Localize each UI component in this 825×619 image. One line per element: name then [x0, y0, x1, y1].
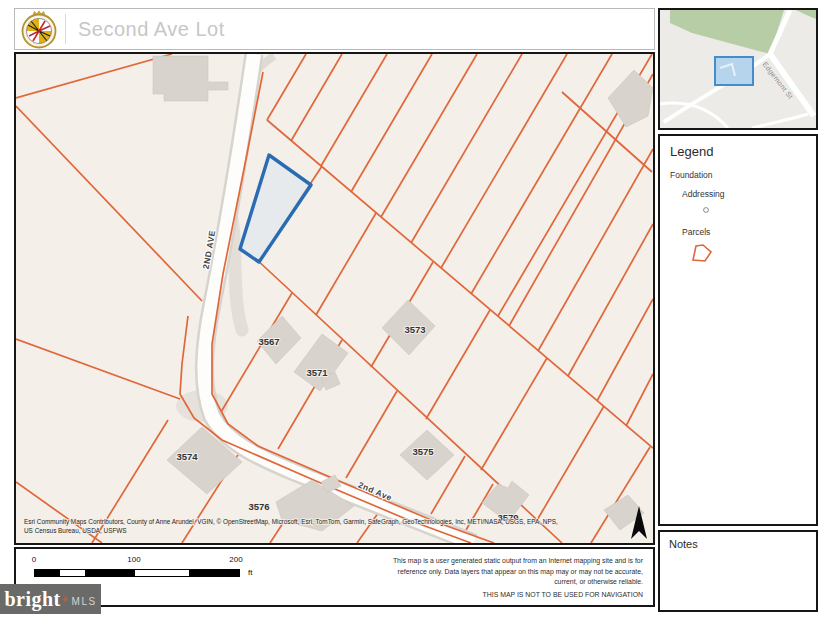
- legend-item-parcels: Parcels: [682, 227, 816, 237]
- notes-title: Notes: [669, 538, 816, 550]
- disclaimer-warning: THIS MAP IS NOT TO BE USED FOR NAVIGATIO…: [483, 591, 643, 598]
- parcel-label: 3567: [258, 336, 279, 347]
- scale-bar: [34, 569, 240, 577]
- map-footer: 0 100 200 ft This map is a user generate…: [14, 547, 655, 607]
- map-report-page: Second Ave Lot: [0, 0, 825, 619]
- page-title: Second Ave Lot: [78, 18, 225, 41]
- parcel-label: 3574: [176, 451, 198, 462]
- map-canvas: 3567 3571 3573 3574 3575 3576 3579 2ND A…: [16, 54, 653, 543]
- header-bar: Second Ave Lot: [14, 8, 655, 50]
- legend-panel: Legend Foundation Addressing Parcels: [658, 134, 818, 526]
- header-divider: [65, 14, 66, 44]
- legend-title: Legend: [670, 144, 816, 159]
- legend-item-addressing: Addressing: [682, 189, 816, 199]
- addressing-point-icon: [702, 206, 710, 214]
- parcel-label: 3573: [404, 324, 425, 335]
- maryland-seal-logo: [19, 9, 59, 49]
- inset-canvas: Edgemont St: [660, 10, 816, 128]
- brand-star-icon: +: [62, 594, 68, 605]
- scale-tick: 100: [127, 555, 140, 564]
- map-attribution-line1: Esri Community Maps Contributors, County…: [24, 518, 558, 526]
- notes-panel: Notes: [658, 530, 818, 612]
- scale-tick: 0: [32, 555, 36, 564]
- overview-inset-map: Edgemont St: [658, 8, 818, 130]
- parcel-label: 3575: [412, 446, 434, 457]
- parcel-polygon-icon: [690, 243, 714, 263]
- map-attribution-line2: US Census Bureau, USDA, USFWS: [24, 527, 127, 534]
- brand-suffix: MLS: [72, 596, 97, 607]
- scale-tick: 200: [229, 555, 242, 564]
- brightmls-logo: bright + MLS: [0, 584, 101, 614]
- main-map: 3567 3571 3573 3574 3575 3576 3579 2ND A…: [14, 52, 655, 545]
- disclaimer-text: This map is a user generated static outp…: [383, 556, 643, 588]
- parcel-label: 3571: [306, 367, 328, 378]
- parcel-label: 3576: [248, 501, 269, 512]
- legend-group-foundation: Foundation: [670, 170, 816, 180]
- scale-unit: ft: [248, 568, 252, 577]
- brand-word: bright: [4, 588, 60, 611]
